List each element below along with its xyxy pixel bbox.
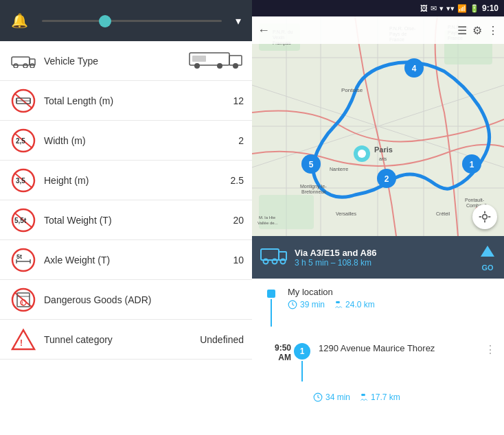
svg-text:Créteil: Créteil <box>436 211 450 216</box>
axle-weight-icon: 5t <box>8 248 38 272</box>
axle-weight-value: 10 <box>233 255 244 266</box>
svg-point-4 <box>30 64 34 68</box>
hamburger-icon[interactable]: ☰ <box>457 24 467 37</box>
timeline-wp1: 1 <box>291 343 313 381</box>
svg-point-26 <box>12 249 34 271</box>
svg-text:Pontoise: Pontoise <box>341 87 363 93</box>
location-icon: ▾ <box>439 4 444 13</box>
dangerous-goods-label: Dangerous Goods (ADR) <box>44 294 244 305</box>
left-panel: 🔔 ▾ Vehicle Type <box>0 0 252 435</box>
svg-text:3,5: 3,5 <box>16 177 25 185</box>
waypoint1-title: 1290 Avenue Maurice Thorez <box>319 343 485 353</box>
svg-text:5: 5 <box>309 160 314 169</box>
header-bar: 🔔 ▾ <box>0 0 252 41</box>
back-button[interactable]: ← <box>257 23 270 38</box>
width-value: 2 <box>238 135 244 146</box>
svg-text:Bretonneux: Bretonneux <box>301 189 326 194</box>
start-duration: 39 min <box>288 300 325 309</box>
width-icon: 2,5 <box>8 128 38 153</box>
route-details: 3 h 5 min – 108.8 km <box>295 258 472 268</box>
volume-slider-track[interactable] <box>42 20 222 22</box>
vehicle-type-value <box>189 49 244 72</box>
svg-text:Paris: Paris <box>374 145 393 154</box>
total-length-label: Total Length (m) <box>44 95 233 106</box>
setting-row-dangerous-goods[interactable]: ! Dangerous Goods (ADR) <box>0 280 252 320</box>
svg-point-99 <box>337 301 340 304</box>
svg-text:1: 1 <box>470 160 474 169</box>
tunnel-label: Tunnel category <box>44 334 200 345</box>
directions-row-start: My location 39 min <box>252 279 504 335</box>
svg-text:2: 2 <box>385 174 389 184</box>
volume-slider-thumb[interactable] <box>99 15 111 27</box>
go-label[interactable]: GO <box>481 263 493 272</box>
bell-icon[interactable]: 🔔 <box>11 12 28 29</box>
svg-point-2 <box>14 64 18 68</box>
route-duration: 3 h 5 min <box>295 258 328 268</box>
location-button[interactable] <box>472 204 497 229</box>
setting-row-tunnel[interactable]: ! Tunnel category Undefined <box>0 320 252 360</box>
more-options-icon[interactable]: ⋮ <box>488 24 499 37</box>
waypoint1-num: 1 <box>294 343 310 360</box>
setting-row-height[interactable]: 3,5 Height (m) 2.5 <box>0 161 252 200</box>
timeline-start <box>260 287 282 327</box>
total-length-value: 12 <box>233 95 244 106</box>
setting-row-width[interactable]: 2,5 Width (m) 2 <box>0 121 252 161</box>
svg-text:5,5t: 5,5t <box>14 217 27 224</box>
battery-icon: 🔋 <box>470 4 479 13</box>
start-title: My location <box>288 287 496 297</box>
settings-list: Vehicle Type <box>0 41 252 435</box>
svg-text:4: 4 <box>412 64 417 73</box>
vehicle-type-icon <box>8 54 38 68</box>
map-toolbar: ← ☰ ⚙ ⋮ <box>252 16 504 44</box>
route-info-text: Via A3/E15 and A86 3 h 5 min – 108.8 km <box>295 248 472 268</box>
svg-point-86 <box>483 215 488 220</box>
person-icon2 <box>358 392 368 402</box>
svg-text:aris: aris <box>379 156 387 161</box>
setting-row-total-weight[interactable]: 5,5t Total Weight (T) 20 <box>0 200 252 240</box>
total-length-icon <box>8 89 38 113</box>
mail-icon: ✉ <box>431 4 437 13</box>
total-weight-label: Total Weight (T) <box>44 215 233 226</box>
directions-list: My location 39 min <box>252 279 504 435</box>
width-label: Width (m) <box>44 135 238 146</box>
svg-point-7 <box>194 63 200 69</box>
svg-point-8 <box>217 63 222 69</box>
route-truck-icon <box>260 246 288 270</box>
svg-point-58 <box>358 150 366 158</box>
waypoint1-sub: 34 min 17.7 km <box>252 390 504 408</box>
status-bar: 🖼 ✉ ▾ ▾▾ 📶 🔋 9:10 <box>252 0 504 16</box>
status-time: 9:10 <box>482 3 499 13</box>
setting-row-total-length[interactable]: Total Length (m) 12 <box>0 81 252 121</box>
person-icon <box>333 300 343 309</box>
height-icon: 3,5 <box>8 168 38 193</box>
directions-row-1: 9:50 AM 1 1290 Avenue Maurice Thorez ⋮ <box>252 335 504 390</box>
svg-text:Pontault-: Pontault- <box>465 198 485 202</box>
axle-weight-label: Axle Weight (T) <box>44 255 233 266</box>
timeline-line <box>271 299 272 327</box>
svg-text:!: ! <box>21 300 23 306</box>
right-panel: 🖼 ✉ ▾ ▾▾ 📶 🔋 9:10 ← ☰ ⚙ ⋮ <box>252 0 504 435</box>
waypoint1-menu[interactable]: ⋮ <box>485 343 496 356</box>
waypoint1-time-col: 9:50 AM <box>260 343 291 362</box>
photo-icon: 🖼 <box>420 4 428 12</box>
svg-text:Nanterre: Nanterre <box>330 167 348 172</box>
tunnel-icon: ! <box>8 327 38 352</box>
start-dot <box>267 290 275 298</box>
wp1-distance: 17.7 km <box>358 392 400 402</box>
chevron-down-icon[interactable]: ▾ <box>236 14 241 27</box>
map-svg: 1 2 4 5 P.N.R. du Vexin Français P.N.R. … <box>252 16 504 236</box>
go-section[interactable]: GO <box>479 243 496 272</box>
svg-point-102 <box>363 394 365 397</box>
clock-icon2 <box>313 392 323 402</box>
route-separator: – <box>331 258 338 268</box>
height-value: 2.5 <box>231 175 244 186</box>
svg-text:M. la Hte: M. la Hte <box>259 215 276 220</box>
svg-text:Versailles: Versailles <box>336 211 356 216</box>
total-weight-value: 20 <box>233 215 244 226</box>
total-weight-icon: 5,5t <box>8 208 38 233</box>
settings-icon[interactable]: ⚙ <box>472 24 482 37</box>
signal-icon: ▾▾ <box>446 4 455 13</box>
setting-row-axle-weight[interactable]: 5t Axle Weight (T) 10 <box>0 240 252 280</box>
setting-row-vehicle-type[interactable]: Vehicle Type <box>0 41 252 81</box>
height-label: Height (m) <box>44 175 231 186</box>
